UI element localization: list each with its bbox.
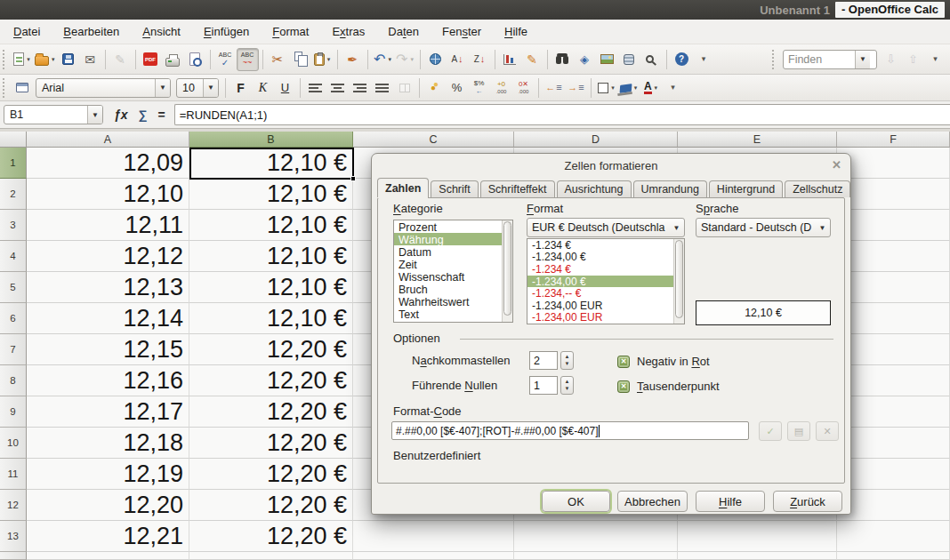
cell-F11[interactable] xyxy=(837,459,950,490)
undo-icon[interactable]: ↶▾ xyxy=(372,48,394,71)
save-document-icon[interactable] xyxy=(57,48,79,71)
select-all-corner[interactable] xyxy=(0,132,27,148)
menu-item-format[interactable]: Format xyxy=(261,20,320,43)
menu-item-datei[interactable]: Datei xyxy=(2,20,52,43)
cancel-button[interactable]: Abbrechen xyxy=(617,491,688,512)
sum-icon[interactable]: ∑ xyxy=(139,108,148,122)
cell-F13[interactable] xyxy=(837,521,950,552)
increase-indent-icon[interactable]: →≡ xyxy=(565,77,587,99)
row-header-13[interactable]: 13 xyxy=(0,521,27,552)
format-item-1[interactable]: -1.234,00 € xyxy=(527,252,684,264)
help-button[interactable]: Hilfe xyxy=(696,491,765,512)
dialog-close-icon[interactable]: ✕ xyxy=(832,159,841,171)
auto-spellcheck-icon[interactable]: ABC~~ xyxy=(237,48,259,71)
format-item-4[interactable]: -1.234,-- € xyxy=(527,287,684,300)
cell-A11[interactable]: 12,19 xyxy=(27,459,189,490)
back-button[interactable]: Zurück xyxy=(773,491,842,512)
cell-F3[interactable] xyxy=(837,210,950,241)
row-header-partial[interactable] xyxy=(0,552,27,560)
negative-red-checkbox[interactable]: ✕ Negativ in Rot xyxy=(617,355,710,368)
format-paintbrush-icon[interactable]: ✒ xyxy=(342,48,364,71)
tab-umrandung[interactable]: Umrandung xyxy=(633,180,707,197)
cell-A2[interactable]: 12,10 xyxy=(27,179,189,210)
insert-chart-icon[interactable] xyxy=(499,48,521,71)
format-item-3[interactable]: -1.234,00 € xyxy=(527,276,684,288)
leading-zeros-value[interactable]: 1 xyxy=(529,376,558,395)
toolbar-overflow-icon[interactable]: ▾ xyxy=(662,77,684,99)
cell-F5[interactable] xyxy=(837,272,950,303)
decrease-indent-icon[interactable]: ←≡ xyxy=(543,77,565,99)
cell-reference[interactable]: B1 xyxy=(4,108,87,121)
formula-icon[interactable]: = xyxy=(158,108,165,122)
align-center-icon[interactable] xyxy=(326,77,349,99)
thousands-separator-checkbox[interactable]: ✕ Tausenderpunkt xyxy=(617,380,720,393)
category-item-bruch[interactable]: Bruch xyxy=(394,283,512,295)
formula-input[interactable]: =RUNDEN(A1;1) xyxy=(174,104,950,125)
scrollbar-thumb[interactable] xyxy=(503,221,511,316)
name-box[interactable]: B1 ▼ xyxy=(4,105,103,124)
sort-descending-icon[interactable]: Z↓ xyxy=(469,48,491,71)
cell-A3[interactable]: 12,11 xyxy=(27,210,189,241)
col-header-F[interactable]: F xyxy=(837,132,950,148)
cell-B9[interactable]: 12,20 € xyxy=(189,396,353,428)
cell-F8[interactable] xyxy=(837,365,950,396)
function-wizard-icon[interactable]: ƒx xyxy=(114,108,128,122)
paste-icon[interactable]: ▾ xyxy=(311,48,334,71)
language-combobox[interactable]: Standard - Deutsch (D ▼ xyxy=(696,218,831,237)
spinner-arrows-icon[interactable]: ▲▼ xyxy=(560,376,574,395)
category-item-währung[interactable]: Währung xyxy=(394,233,512,245)
category-listbox[interactable]: ProzentWährungDatumZeitWissenschaftBruch… xyxy=(393,220,513,323)
cell-A5[interactable]: 12,13 xyxy=(27,272,189,303)
checkbox-checked-icon[interactable]: ✕ xyxy=(617,380,630,393)
menu-item-ansicht[interactable]: Ansicht xyxy=(131,20,192,43)
cell-B11[interactable]: 12,20 € xyxy=(189,459,353,490)
row-header-10[interactable]: 10 xyxy=(0,428,27,459)
cell-A12[interactable]: 12,20 xyxy=(27,490,189,521)
cell-A6[interactable]: 12,14 xyxy=(27,303,189,334)
col-header-B[interactable]: B xyxy=(189,132,353,148)
checkbox-checked-icon[interactable]: ✕ xyxy=(617,356,630,368)
chevron-down-icon[interactable]: ▼ xyxy=(155,79,170,97)
tab-zellschutz[interactable]: Zellschutz xyxy=(785,180,850,197)
chevron-down-icon[interactable]: ▼ xyxy=(855,51,870,68)
find-and-replace-icon[interactable] xyxy=(551,48,574,71)
sort-ascending-icon[interactable]: A↓ xyxy=(447,48,469,71)
cell-F7[interactable] xyxy=(837,334,950,365)
page-preview-icon[interactable] xyxy=(184,48,206,71)
format-scrollbar[interactable] xyxy=(673,239,684,324)
tab-schrift[interactable]: Schrift xyxy=(431,180,478,197)
cell-C13[interactable] xyxy=(353,521,514,552)
row-header-12[interactable]: 12 xyxy=(0,490,27,521)
number-format-percent-icon[interactable]: % xyxy=(446,77,468,99)
cell-F6[interactable] xyxy=(837,303,950,334)
help-icon[interactable]: ? xyxy=(671,48,693,71)
row-header-6[interactable]: 6 xyxy=(0,303,27,334)
spinner-arrows-icon[interactable]: ▲▼ xyxy=(560,351,574,370)
col-header-A[interactable]: A xyxy=(27,132,189,148)
menu-item-daten[interactable]: Daten xyxy=(376,20,431,43)
cut-icon[interactable]: ✂ xyxy=(267,48,289,71)
cell-F4[interactable] xyxy=(837,241,950,272)
find-input[interactable] xyxy=(784,53,855,66)
format-item-0[interactable]: -1.234 € xyxy=(527,239,684,252)
font-name-combobox[interactable]: Arial▼ xyxy=(36,78,171,98)
format-item-5[interactable]: -1.234,00 EUR xyxy=(527,300,684,312)
category-item-prozent[interactable]: Prozent xyxy=(394,220,512,233)
cell-B3[interactable]: 12,10 € xyxy=(189,210,353,241)
cell-F9[interactable] xyxy=(837,396,950,428)
background-color-icon[interactable]: ▾ xyxy=(617,77,640,99)
delete-decimal-place-icon[interactable]: 0✕.000 xyxy=(512,77,535,99)
cell-A7[interactable]: 12,15 xyxy=(27,334,189,365)
name-box-dropdown-icon[interactable]: ▼ xyxy=(87,106,102,124)
cell-E13[interactable] xyxy=(678,521,837,552)
format-item-2[interactable]: -1.234 € xyxy=(527,263,684,276)
row-header-1[interactable]: 1 xyxy=(0,148,27,179)
open-document-icon[interactable]: ▾ xyxy=(33,48,57,71)
menu-item-extras[interactable]: Extras xyxy=(320,20,376,43)
format-item-6[interactable]: -1.234,00 EUR xyxy=(527,312,684,324)
cell-F1[interactable] xyxy=(837,148,950,179)
menu-item-fenster[interactable]: Fenster xyxy=(431,20,493,43)
cell-B13[interactable]: 12,20 € xyxy=(189,521,353,552)
cell-B12[interactable]: 12,20 € xyxy=(189,490,353,521)
borders-icon[interactable]: ▾ xyxy=(595,77,617,99)
